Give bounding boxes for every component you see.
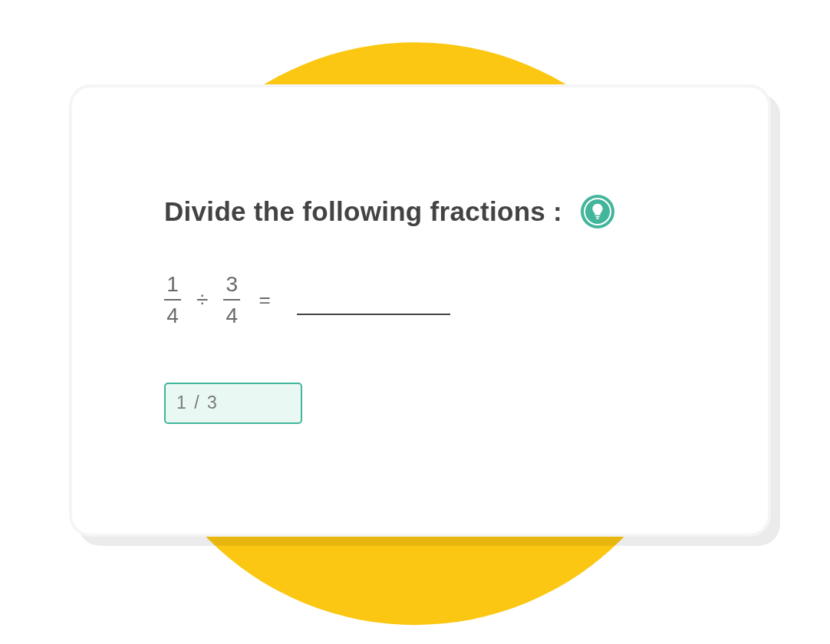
fraction-2: 3 4 bbox=[223, 273, 240, 327]
question-prompt: Divide the following fractions : bbox=[164, 196, 562, 227]
hint-button[interactable] bbox=[581, 195, 614, 228]
fraction-1-numerator: 1 bbox=[165, 273, 180, 297]
fraction-1-bar bbox=[164, 299, 181, 301]
question-card: Divide the following fractions : 1 4 ÷ 3… bbox=[69, 84, 771, 537]
question-row: Divide the following fractions : bbox=[164, 195, 676, 228]
answer-input[interactable] bbox=[164, 383, 302, 424]
answer-blank-line bbox=[297, 314, 450, 315]
svg-rect-1 bbox=[596, 218, 599, 219]
fraction-2-numerator: 3 bbox=[225, 273, 240, 297]
equals-sign: = bbox=[254, 288, 275, 312]
fraction-1: 1 4 bbox=[164, 273, 181, 327]
fraction-2-bar bbox=[223, 299, 240, 301]
equation-row: 1 4 ÷ 3 4 = bbox=[164, 273, 676, 327]
division-operator: ÷ bbox=[195, 288, 209, 312]
svg-rect-0 bbox=[596, 216, 600, 218]
hint-inner-ring bbox=[584, 198, 611, 225]
fraction-1-denominator: 4 bbox=[165, 303, 180, 327]
fraction-2-denominator: 4 bbox=[225, 303, 240, 327]
lightbulb-icon bbox=[591, 203, 604, 220]
